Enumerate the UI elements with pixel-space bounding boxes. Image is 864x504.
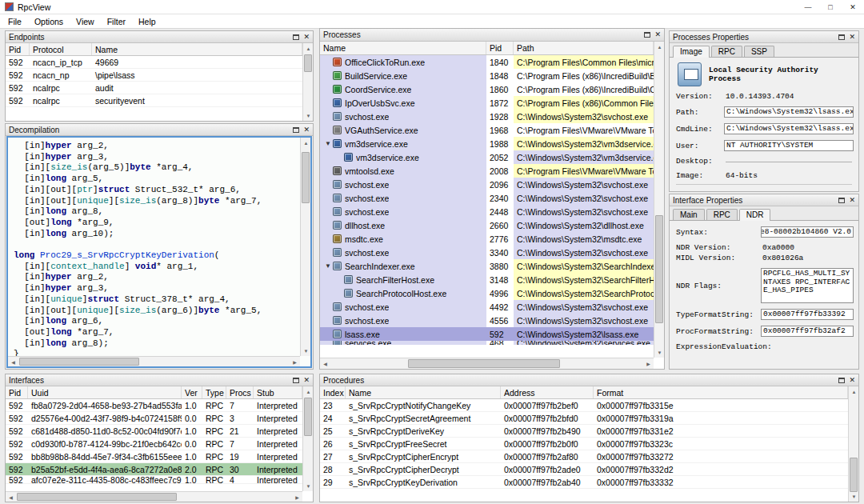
column-header-address[interactable]: Address [501,386,594,398]
scrollbar-thumb[interactable] [655,215,663,322]
close-panel-icon[interactable]: ✕ [849,377,855,384]
tab-rpc[interactable]: RPC [711,46,742,57]
property-field[interactable]: 9fe8-08002b104860 V2.0 [761,226,854,238]
float-panel-icon[interactable] [838,198,845,203]
scrollbar-thumb[interactable] [304,398,312,436]
column-header-name[interactable]: Name [92,43,302,55]
column-header-index[interactable]: Index [320,386,346,398]
column-header-procs[interactable]: Procs [226,386,254,398]
process-row[interactable]: svchost.exe4492C:\Windows\System32\svcho… [320,300,654,314]
interface-row[interactable]: 592fb8a0729-2d04-4658-be93-27b4ad553fac1… [6,399,302,412]
process-row[interactable]: svchost.exe2340C:\Windows\System32\svcho… [320,191,654,205]
endpoint-row[interactable]: 592ncalrpcaudit [6,82,313,94]
process-row[interactable]: dllhost.exe2660C:\Windows\System32\dllho… [320,218,654,232]
column-header-pid[interactable]: Pid [6,386,28,398]
property-field[interactable]: RPCFLG_HAS_MULTI_SYNTAXES RPC_INTERFACE_… [761,268,854,303]
maximize-button[interactable]: □ [819,0,842,14]
float-panel-icon[interactable] [293,127,299,133]
scroll-up-icon[interactable]: ▲ [303,386,313,397]
vertical-scrollbar[interactable]: ▲ ▼ [300,138,310,356]
menu-view[interactable]: View [70,15,101,28]
float-panel-icon[interactable] [838,378,845,383]
process-row[interactable]: svchost.exe3340C:\Windows\System32\svcho… [320,246,654,259]
scroll-down-icon[interactable]: ▼ [849,491,858,502]
scroll-down-icon[interactable]: ▼ [303,110,313,121]
scroll-up-icon[interactable]: ▲ [849,386,858,397]
menu-help[interactable]: Help [132,15,162,28]
process-row[interactable]: svchost.exe2448C:\Windows\System32\svcho… [320,205,654,218]
vertical-scrollbar[interactable]: ▲ ▼ [302,43,313,121]
procedure-row[interactable]: 24s_SrvRpcCryptSecretAgreement0x00007ff9… [320,412,858,425]
scroll-down-icon[interactable]: ▼ [654,347,664,358]
endpoint-row[interactable]: 592ncacn_ip_tcp49669 [6,56,313,69]
tab-rpc[interactable]: RPC [706,209,738,220]
scroll-left-icon[interactable]: ◀ [6,492,16,502]
scrollbar-thumb[interactable] [19,358,139,366]
procedure-row[interactable]: 28s_SrvRpcCryptCipherDecrypt0x00007ff97f… [320,463,858,476]
process-row[interactable]: SearchProtocolHost.exe4996C:\Windows\Sys… [320,286,654,300]
horizontal-scrollbar[interactable]: ◀ ▶ [320,358,654,369]
scroll-up-icon[interactable]: ▲ [654,42,664,52]
scroll-right-icon[interactable]: ▶ [290,357,300,367]
process-row[interactable]: BuildService.exe1848C:\Program Files (x8… [320,69,654,82]
close-panel-icon[interactable]: ✕ [849,197,855,204]
process-row[interactable]: svchost.exe2096C:\Windows\System32\svcho… [320,178,654,191]
column-header-pid[interactable]: Pid [6,43,30,55]
interface-row[interactable]: 592c0d930f0-b787-4124-99bc-21f0ecb642ce0… [6,438,302,450]
tab-main[interactable]: Main [673,209,705,220]
vertical-scrollbar[interactable]: ▲ ▼ [654,42,664,358]
process-row[interactable]: ▼vm3dservice.exe1988C:\Windows\System32\… [320,137,654,150]
scrollbar-thumb[interactable] [17,493,177,501]
scroll-down-icon[interactable]: ▼ [303,481,313,491]
scroll-left-icon[interactable]: ◀ [8,357,18,367]
scroll-up-icon[interactable]: ▲ [301,138,311,148]
column-header-stub[interactable]: Stub [254,386,302,398]
scrollbar-thumb[interactable] [850,458,858,492]
column-header-name[interactable]: Name [346,386,501,398]
scrollbar-thumb[interactable] [408,359,560,368]
tree-expanded-icon[interactable]: ▼ [323,140,333,147]
scroll-up-icon[interactable]: ▲ [303,43,313,54]
float-panel-icon[interactable] [838,34,845,40]
procedure-row[interactable]: 27s_SrvRpcCryptCipherEncrypt0x00007ff97f… [320,450,858,463]
menu-filter[interactable]: Filter [101,15,132,28]
procedure-row[interactable]: 29s_SrvRpcCryptKeyDerivation0x00007ff97f… [320,476,858,489]
close-panel-icon[interactable]: ✕ [303,34,310,41]
process-row[interactable]: svchost.exe1928C:\Windows\System32\svcho… [320,110,654,123]
process-row[interactable]: ▼SearchIndexer.exe3880C:\Windows\System3… [320,259,654,273]
scrollbar-thumb[interactable] [302,152,310,203]
interface-row[interactable]: 592b25a52bf-e5dd-4f4a-aea6-8ca7272a0e862… [6,463,302,476]
scroll-right-icon[interactable]: ▶ [643,358,654,369]
procedure-row[interactable]: 25s_SrvRpcCryptDeriveKey0x00007ff97fb2b4… [320,425,858,438]
process-row[interactable]: VGAuthService.exe1968C:\Program Files\VM… [320,123,654,137]
interface-row[interactable]: 592bb8b98b8-84dd-45e7-9f34-c3fb6155eeed1… [6,450,302,463]
close-button[interactable]: ✕ [842,0,864,14]
column-header-path[interactable]: Path [514,42,654,54]
column-header-uuid[interactable]: Uuid [28,386,182,398]
process-row[interactable]: OfficeClickToRun.exe1840C:\Program Files… [320,55,654,69]
property-field[interactable]: C:\Windows\System32\lsass.exe [724,106,854,118]
interface-row[interactable]: 592c681d488-d850-11d0-8c52-00c04fd90f7e1… [6,425,302,438]
horizontal-scrollbar[interactable]: ◀ ▶ [6,491,302,502]
tab-image[interactable]: Image [673,46,710,58]
scroll-right-icon[interactable]: ▶ [292,492,302,502]
close-panel-icon[interactable]: ✕ [654,31,661,38]
procedure-row[interactable]: 26s_SrvRpcCryptFreeSecret0x00007ff97fb2b… [320,438,858,450]
endpoint-row[interactable]: 592ncalrpcsecurityevent [6,94,313,107]
interface-row[interactable]: 592afc07e2e-311c-4435-808c-c483ffeec7c91… [6,476,302,484]
interface-row[interactable]: 592d25576e4-00d2-43f7-98f9-b4c0724158f90… [6,412,302,425]
process-row[interactable]: vm3dservice.exe2052C:\Windows\System32\v… [320,150,654,164]
tab-ndr[interactable]: NDR [739,209,771,221]
column-header-pid[interactable]: Pid [486,42,514,54]
vertical-scrollbar[interactable]: ▲ ▼ [302,386,313,491]
endpoint-row[interactable]: 592ncacn_np\pipe\lsass [6,69,313,82]
minimize-button[interactable]: — [797,0,819,14]
float-panel-icon[interactable] [644,32,650,38]
property-field[interactable]: 0x00007ff97fb33392 [761,309,854,320]
close-panel-icon[interactable]: ✕ [849,34,855,41]
tree-expanded-icon[interactable]: ▼ [323,262,333,270]
process-row[interactable]: SearchFilterHost.exe3148C:\Windows\Syste… [320,273,654,286]
process-row[interactable]: services.exe468C:\Windows\System32\servi… [320,341,654,345]
property-field[interactable]: NT AUTHORITY\SYSTEM [724,140,854,151]
decompilation-editor[interactable]: [in]hyper arg_2, [in]hyper arg_3, [in][s… [6,136,312,368]
